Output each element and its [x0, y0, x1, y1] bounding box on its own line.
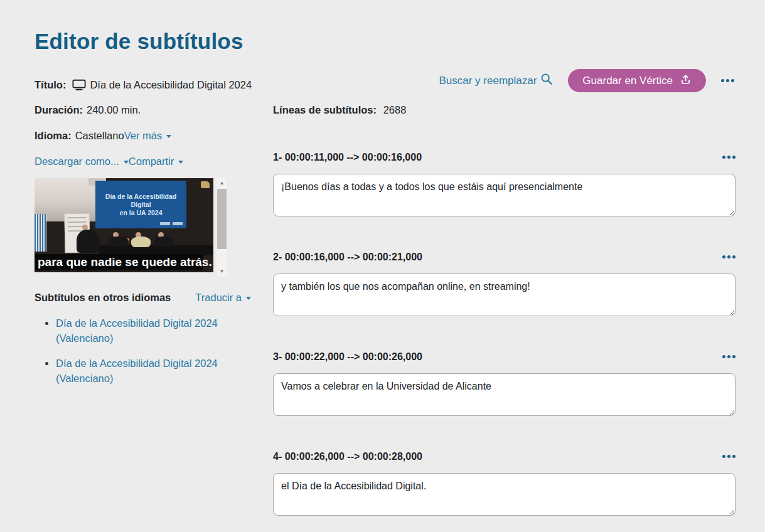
speaker-body: [154, 237, 173, 247]
title-value: Día de la Accesibilidad Digital 2024: [90, 79, 252, 91]
speaker-body: [131, 237, 151, 247]
video-thumbnail[interactable]: Día de la Accesibilidad Digital en la UA…: [35, 178, 213, 272]
duration-row: Duración: 240.00 min.: [35, 104, 254, 116]
download-as-label: Descargar como...: [35, 156, 119, 167]
entry-more-menu ellipsis-icon[interactable]: [722, 255, 736, 258]
search-icon: [540, 73, 553, 88]
duration-value: 240.00 min.: [87, 104, 141, 116]
video-title-row: Título: Día de la Accesibilidad Digital …: [35, 79, 252, 91]
thumb-corner-icon: [201, 181, 210, 188]
thumbnail-scrollbar[interactable]: ▲ ▼: [217, 178, 227, 276]
search-replace-label: Buscar y reemplazar: [439, 75, 537, 87]
video-preview-area: Día de la Accesibilidad Digital en la UA…: [35, 178, 254, 276]
thumb-banner-left: [35, 214, 46, 252]
caret-down-icon: [124, 161, 129, 164]
title-label: Título:: [35, 79, 66, 91]
subtitle-entry-header: 1- 00:00:11,000 --> 00:00:16,000: [273, 151, 736, 163]
monitor-icon: [72, 79, 86, 91]
page-title: Editor de subtítulos: [35, 29, 243, 54]
caret-down-icon: [246, 297, 251, 300]
subtitle-entry-header: 3- 00:00:22,000 --> 00:00:26,000: [273, 351, 736, 363]
header-controls: Buscar y reemplazar Guardar en Vértice: [439, 69, 734, 92]
translate-to-label: Traducir a: [195, 292, 242, 303]
interpreter-body: [77, 230, 100, 253]
subtitle-entry-header: 2- 00:00:16,000 --> 00:00:21,000: [273, 251, 736, 263]
entry-more-menu ellipsis-icon[interactable]: [722, 156, 736, 159]
translate-to-link[interactable]: Traducir a: [195, 291, 251, 304]
speaker-body: [109, 237, 128, 247]
list-item: Día de la Accesibilidad Digital 2024 (Va…: [56, 316, 245, 346]
language-value: Castellano: [75, 130, 124, 142]
subtitle-count-value: 2688: [383, 104, 407, 115]
language-version-link[interactable]: Día de la Accesibilidad Digital 2024 (Va…: [56, 358, 218, 384]
see-more-link[interactable]: Ver más: [124, 130, 172, 142]
download-share-row: Descargar como... Compartir: [35, 156, 254, 168]
entry-more-menu ellipsis-icon[interactable]: [722, 455, 736, 458]
subtitle-entry: 2- 00:00:16,000 --> 00:00:21,000 y tambi…: [273, 251, 736, 316]
subtitle-text-input[interactable]: y también los que nos acompañan online, …: [273, 274, 736, 316]
see-more-label: Ver más: [124, 130, 163, 141]
subtitle-editor-page: Editor de subtítulos Título: Día de la A…: [0, 0, 765, 532]
scroll-up-icon[interactable]: ▲: [217, 178, 227, 188]
entry-more-menu ellipsis-icon[interactable]: [722, 355, 736, 358]
language-row: Idioma: Castellano Ver más: [35, 130, 254, 142]
subtitle-entry: 1- 00:00:11,000 --> 00:00:16,000 ¡Buenos…: [273, 151, 736, 216]
timestamp-label: 1- 00:00:11,000 --> 00:00:16,000: [273, 151, 422, 163]
subtitle-entry: 4- 00:00:26,000 --> 00:00:28,000 el Día …: [273, 450, 736, 516]
share-label: Compartir: [129, 156, 174, 167]
other-languages-header: Subtítulos en otros idiomas Traducir a: [35, 291, 251, 304]
scrollbar-thumb[interactable]: [217, 189, 227, 249]
list-item: Día de la Accesibilidad Digital 2024 (Va…: [56, 356, 245, 386]
subtitle-text-input[interactable]: Vamos a celebrar en la Universidad de Al…: [273, 373, 736, 416]
other-languages-heading: Subtítulos en otros idiomas: [35, 291, 171, 304]
timestamp-label: 3- 00:00:22,000 --> 00:00:26,000: [273, 351, 422, 363]
caret-down-icon: [178, 161, 183, 164]
caret-down-icon: [166, 135, 171, 138]
header-more-menu ellipsis-icon[interactable]: [721, 79, 734, 82]
save-vertice-button[interactable]: Guardar en Vértice: [568, 69, 706, 92]
save-vertice-label: Guardar en Vértice: [582, 75, 673, 87]
language-label: Idioma:: [35, 130, 72, 142]
slide-title-line1: Día de la Accesibilidad Digital: [95, 193, 186, 209]
video-caption: para que nadie se quede atrás.: [35, 254, 203, 270]
share-link[interactable]: Compartir: [129, 156, 183, 168]
subtitle-count-label: Líneas de subtítulos:: [273, 104, 377, 115]
other-languages-list: Día de la Accesibilidad Digital 2024 (Va…: [35, 316, 245, 386]
download-as-link[interactable]: Descargar como...: [35, 156, 129, 168]
timestamp-label: 2- 00:00:16,000 --> 00:00:21,000: [273, 251, 422, 263]
search-replace-link[interactable]: Buscar y reemplazar: [439, 73, 553, 88]
subtitle-text-input[interactable]: el Día de la Accesibilidad Digital.: [273, 473, 736, 516]
projected-slide: Día de la Accesibilidad Digital en la UA…: [95, 181, 186, 229]
slide-title-line2: en la UA 2024: [120, 209, 163, 217]
slide-logos: [160, 222, 183, 225]
subtitle-entry: 3- 00:00:22,000 --> 00:00:26,000 Vamos a…: [273, 351, 736, 416]
subtitle-lines-panel: Líneas de subtítulos: 2688 1- 00:00:11,0…: [273, 104, 736, 532]
language-version-link[interactable]: Día de la Accesibilidad Digital 2024 (Va…: [56, 317, 218, 344]
left-sidebar: Duración: 240.00 min. Idioma: Castellano…: [35, 104, 254, 396]
scroll-down-icon[interactable]: ▼: [217, 267, 227, 276]
subtitle-count-row: Líneas de subtítulos: 2688: [273, 104, 736, 116]
subtitle-entry-header: 4- 00:00:26,000 --> 00:00:28,000: [273, 450, 736, 462]
subtitle-text-input[interactable]: ¡Buenos días a todas y a todos los que e…: [273, 174, 736, 216]
upload-icon: [680, 73, 692, 88]
timestamp-label: 4- 00:00:26,000 --> 00:00:28,000: [273, 450, 422, 462]
duration-label: Duración:: [35, 104, 83, 116]
